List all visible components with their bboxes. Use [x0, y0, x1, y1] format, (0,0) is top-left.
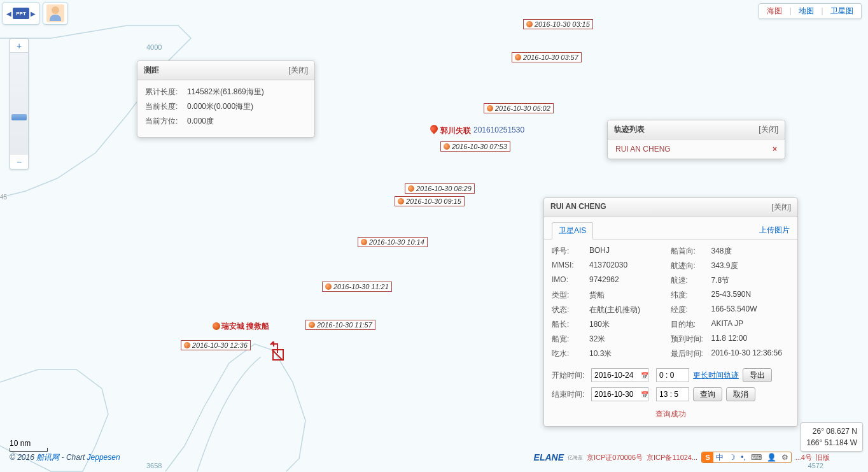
measure-curlen-label: 当前长度: — [145, 101, 187, 112]
extend-track-link[interactable]: 更长时间轨迹 — [693, 370, 739, 381]
shipinfo-panel: RUI AN CHENG [关闭] 卫星AIS 上传图片 呼号:BOHJ 船首向… — [543, 197, 798, 427]
poi-rescue-label: 瑞安城 搜救船 — [221, 321, 269, 332]
arrow-right-icon: ▶ — [31, 10, 36, 17]
copyright: © 2016 船讯网 - Chart Jeppesen — [10, 452, 120, 463]
measure-curbrg-value: 0.000度 — [187, 116, 307, 127]
zoom-out-button[interactable]: − — [10, 155, 28, 169]
export-button[interactable]: 导出 — [743, 368, 772, 382]
scale-bar: 10 nm — [10, 439, 48, 452]
zoom-control: + − — [10, 38, 29, 169]
query-status: 查询成功 — [544, 404, 797, 426]
measure-total-value: 114582米(61.869海里) — [187, 87, 307, 97]
old-version-link[interactable]: 旧版 — [816, 453, 830, 462]
tab-satellite-ais[interactable]: 卫星AIS — [552, 222, 593, 240]
track-timestamp: 2016-10-30 03:57 — [512, 52, 582, 62]
ppt-icon: PPT — [13, 8, 29, 19]
measure-title: 测距 — [144, 65, 159, 76]
ime-gear-icon[interactable]: ⚙ — [779, 453, 791, 462]
icp-link-1[interactable]: 京ICP证070006号 — [587, 453, 643, 462]
measure-panel: 测距 [关闭] 累计长度:114582米(61.869海里) 当前长度:0.00… — [137, 61, 315, 138]
poi-dot-icon — [213, 322, 220, 330]
arrow-left-icon: ◀ — [6, 10, 11, 17]
shipinfo-grid: 呼号:BOHJ 船首向:348度 MMSI:413702030 航迹向:343.… — [544, 240, 797, 366]
tracklist-delete-button[interactable]: × — [773, 145, 777, 154]
ime-keyboard-icon[interactable]: ⌨ — [748, 453, 764, 462]
track-timestamp: 2016-10-30 10:14 — [358, 237, 428, 247]
track-timestamp: 2016-10-30 08:29 — [405, 183, 475, 194]
track-timestamp: 2016-10-30 11:57 — [305, 320, 375, 330]
end-time-input[interactable] — [656, 387, 689, 401]
end-time-label: 结束时间: — [552, 389, 587, 400]
ime-zhong-icon[interactable]: 中 — [713, 452, 726, 463]
ime-moon-icon[interactable]: ☽ — [726, 453, 738, 462]
track-timestamp: 2016-10-30 07:53 — [440, 141, 510, 152]
tracklist-item-label: RUI AN CHENG — [615, 145, 671, 154]
tracklist-item[interactable]: RUI AN CHENG × — [608, 139, 785, 159]
measure-curlen-value: 0.000米(0.000海里) — [187, 101, 307, 112]
jeppesen-link[interactable]: Jeppesen — [87, 453, 120, 462]
ime-person-icon[interactable]: 👤 — [764, 453, 779, 462]
maptype-sat[interactable]: 卫星图 — [828, 6, 856, 15]
tracklist-close-button[interactable]: [关闭] — [759, 124, 778, 135]
start-date-input[interactable] — [591, 368, 648, 382]
poi-guochuan-label: 郭川失联 — [440, 125, 471, 136]
tracklist-panel: 轨迹列表 [关闭] RUI AN CHENG × — [607, 120, 785, 159]
ime-comma-icon[interactable]: •, — [738, 453, 748, 462]
zoom-thumb[interactable] — [11, 114, 27, 120]
track-timestamp: 2016-10-30 11:21 — [322, 282, 392, 292]
ship-heading-icon — [266, 341, 285, 354]
track-timestamp: 2016-10-30 05:02 — [484, 103, 554, 113]
track-timestamp: 2016-10-30 09:15 — [395, 196, 465, 206]
cursor-lon: 166° 51.184 W — [806, 437, 857, 448]
measure-curbrg-label: 当前方位: — [145, 116, 187, 127]
start-time-input[interactable] — [656, 368, 689, 382]
maptype-chart[interactable]: 海图 — [764, 6, 785, 15]
elane-logo: ELANE — [534, 452, 564, 462]
icp-link-2[interactable]: 京ICP备11024... — [647, 453, 697, 462]
track-dot-icon — [526, 21, 533, 27]
upload-image-link[interactable]: 上传图片 — [759, 222, 790, 239]
poi-guochuan-time: 201610251530 — [473, 125, 524, 134]
measure-total-label: 累计长度: — [145, 87, 187, 97]
cursor-lat: 26° 08.627 N — [806, 426, 857, 437]
shipxy-link[interactable]: 船讯网 — [36, 453, 59, 462]
map-type-switch: 海图 | 地图 | 卫星图 — [759, 3, 862, 19]
track-timestamp: 2016-10-30 12:36 — [181, 340, 251, 350]
scale-label: 10 nm — [10, 439, 48, 448]
user-avatar-button[interactable] — [43, 2, 68, 25]
ime-s-icon[interactable]: S — [702, 452, 713, 463]
shipinfo-title: RUI AN CHENG — [550, 202, 606, 213]
calendar-icon[interactable]: 📅 — [641, 391, 648, 398]
cursor-coordinates: 26° 08.627 N 166° 51.184 W — [801, 422, 863, 452]
ime-toolbar[interactable]: S 中 ☽ •, ⌨ 👤 ⚙ — [701, 452, 792, 463]
maptype-map[interactable]: 地图 — [796, 6, 816, 15]
search-button[interactable]: 查询 — [693, 387, 722, 401]
shipinfo-close-button[interactable]: [关闭] — [771, 202, 791, 213]
tracklist-title: 轨迹列表 — [614, 124, 645, 135]
tool-ppt-button[interactable]: ◀ PPT ▶ — [2, 2, 40, 25]
track-timestamp: 2016-10-30 03:15 — [523, 19, 593, 29]
depth-3658: 3658 — [146, 462, 162, 469]
end-date-input[interactable] — [591, 387, 648, 401]
footer-right: ELANE 亿海蓝 京ICP证070006号 京ICP备11024... S 中… — [534, 452, 830, 463]
calendar-icon[interactable]: 📅 — [641, 372, 648, 379]
zoom-in-button[interactable]: + — [10, 39, 28, 53]
avatar-icon — [46, 4, 64, 22]
start-time-label: 开始时间: — [552, 370, 587, 381]
measure-close-button[interactable]: [关闭] — [288, 65, 308, 76]
lat-45: 45 — [0, 194, 7, 201]
cancel-button[interactable]: 取消 — [726, 387, 755, 401]
zoom-slider[interactable] — [10, 53, 28, 155]
